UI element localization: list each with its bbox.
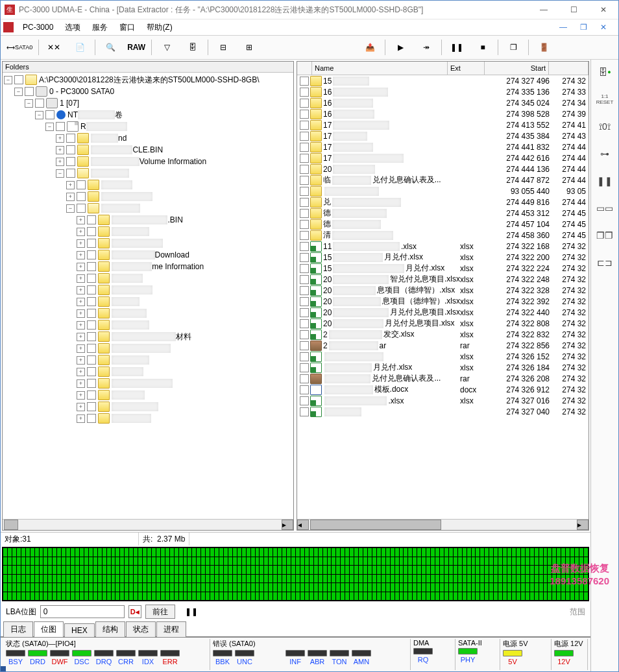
menu-window[interactable]: 窗口 [114, 21, 140, 34]
tree-row[interactable]: + [4, 284, 292, 296]
mdi-minimize-icon[interactable]: — [554, 21, 572, 33]
col-name[interactable]: Name [312, 62, 448, 75]
tab-hex[interactable]: HEX [64, 623, 95, 637]
tab-bitmap[interactable]: 位图 [34, 621, 64, 637]
side-chip-icon[interactable]: ▭▭ [596, 200, 613, 217]
list-item[interactable]: 17274 441 832274 44 [297, 141, 589, 152]
list-item[interactable]: xlsx274 326 152274 32 [297, 351, 589, 362]
mdi-restore-icon[interactable]: ❐ [575, 21, 592, 33]
list-item[interactable]: 15月兑付.xlsxxlsx274 322 200274 32 [297, 252, 589, 263]
list-item[interactable]: 17274 442 616274 44 [297, 152, 589, 163]
tree-row[interactable]: +nd [4, 132, 292, 144]
list-item[interactable]: 2arrar274 322 856274 32 [297, 340, 589, 351]
list-item[interactable]: 274 327 040274 32 [297, 406, 589, 417]
list-item[interactable]: 清274 458 360274 45 [297, 230, 589, 241]
side-reset-button[interactable]: 1:1RESET [596, 91, 613, 108]
tree-row[interactable]: −1 [07] [4, 97, 292, 109]
menu-service[interactable]: 服务 [87, 21, 113, 34]
close-button[interactable]: ✕ [589, 1, 618, 19]
tree-row[interactable]: −0 - PC3000 SATA0 [4, 86, 292, 97]
tree-scrollbar[interactable]: ▸ [3, 519, 293, 530]
tree-row[interactable]: + [4, 319, 292, 331]
tree-row[interactable]: +me Information [4, 261, 292, 272]
menu-options[interactable]: 选项 [60, 21, 86, 34]
tree-row[interactable]: + [4, 272, 292, 284]
sata-port-button[interactable]: ⟷SATA0 [3, 38, 36, 57]
list-item[interactable]: 16274 345 024274 34 [297, 97, 589, 108]
copy-button[interactable]: ❐ [501, 38, 526, 57]
list-item[interactable]: 20息项目（德绅智）.xlsxxlsx274 322 392274 32 [297, 296, 589, 307]
list-item[interactable]: .xlsxxlsx274 327 016274 32 [297, 395, 589, 406]
list-item[interactable]: 兑274 449 816274 44 [297, 197, 589, 208]
list-item[interactable]: 20月兑付兑息项目.xlsxxlsx274 322 440274 32 [297, 307, 589, 318]
tree-row[interactable]: +材料 [4, 331, 292, 342]
db-button[interactable]: 🗄 [180, 38, 205, 57]
lba-flag-icon[interactable]: D◂ [128, 605, 141, 618]
stop-button[interactable]: ■ [470, 38, 495, 57]
side-stack-icon[interactable]: ❐❐ [596, 227, 613, 244]
list-item[interactable]: 17274 435 384274 43 [297, 130, 589, 141]
tree-row[interactable]: +CLE.BIN [4, 144, 292, 156]
tree-row[interactable]: + [4, 378, 292, 389]
exit-button[interactable]: 🚪 [531, 38, 556, 57]
tree-expand-button[interactable]: ⊞ [237, 38, 261, 57]
folder-tree[interactable]: −A:\PC3000\20181228连云港快递来的ST500LM000-SSH… [3, 73, 293, 519]
side-marker-icon[interactable]: ⟟0⟟ [596, 118, 613, 135]
tree-row[interactable]: +Download [4, 249, 292, 261]
menu-help[interactable]: 帮助(Z) [141, 21, 177, 34]
raw-button[interactable]: RAW [124, 38, 149, 57]
mdi-close-icon[interactable]: ✕ [595, 21, 612, 33]
side-probe-icon[interactable]: ⊶ [596, 145, 613, 162]
lba-bitmap[interactable] [2, 547, 589, 601]
tree-row[interactable]: + [4, 296, 292, 307]
list-item[interactable]: 15月兑付.xlsxxlsx274 322 224274 32 [297, 263, 589, 274]
list-item[interactable]: 93 055 44093 05 [297, 186, 589, 197]
list-item[interactable]: 德274 457 104274 45 [297, 219, 589, 230]
list-item[interactable]: 17274 413 552274 41 [297, 119, 589, 130]
tree-row[interactable]: −A:\PC3000\20181228连云港快递来的ST500LM000-SSH… [4, 74, 292, 86]
side-disk-icon[interactable]: 🗄● [596, 64, 613, 80]
tree-row[interactable]: − [4, 202, 292, 214]
tree-row[interactable]: + [4, 389, 292, 401]
tab-process[interactable]: 进程 [156, 621, 186, 637]
tree-row[interactable]: + [4, 307, 292, 319]
menu-app[interactable]: PC-3000 [18, 21, 58, 33]
list-item[interactable]: 16274 335 136274 33 [297, 86, 589, 97]
list-item[interactable]: 20月兑付兑息项目.xlsxxlsx274 322 808274 32 [297, 318, 589, 329]
side-pause-icon[interactable]: ❚❚ [596, 173, 613, 189]
side-socket-icon[interactable]: ⊏⊐ [596, 254, 613, 271]
export-button[interactable]: 📤 [358, 38, 382, 57]
list-item[interactable]: 2发交.xlsxxlsx274 322 832274 32 [297, 329, 589, 340]
maximize-button[interactable]: ☐ [559, 1, 589, 19]
tree-row[interactable]: + [4, 401, 292, 413]
tree-row[interactable]: +Volume Information [4, 156, 292, 167]
tree-row[interactable]: +.BIN [4, 214, 292, 226]
list-item[interactable]: 月兑付.xlsxxlsx274 326 184274 32 [297, 362, 589, 373]
list-item[interactable]: 20274 444 136274 44 [297, 163, 589, 174]
list-item[interactable]: 德274 453 312274 45 [297, 208, 589, 219]
tab-state[interactable]: 状态 [126, 621, 156, 637]
tree-row[interactable]: + [4, 191, 292, 202]
list-item[interactable]: 15274 327 496274 32 [297, 75, 589, 86]
pause-button[interactable]: ❚❚ [444, 38, 469, 57]
tab-struct[interactable]: 结构 [95, 621, 125, 637]
lba-input[interactable] [40, 605, 125, 618]
col-start[interactable]: Start [485, 62, 549, 75]
list-item[interactable]: 11.xlsxxlsx274 322 168274 32 [297, 241, 589, 252]
filter-button[interactable]: ▽ [154, 38, 179, 57]
play-button[interactable]: ▶ [388, 38, 413, 57]
tree-row[interactable]: − [4, 167, 292, 179]
tree-row[interactable]: + [4, 354, 292, 366]
list-item[interactable]: 16274 398 528274 39 [297, 108, 589, 119]
tree-row[interactable]: + [4, 366, 292, 378]
minimize-button[interactable]: — [529, 1, 559, 19]
tree-collapse-button[interactable]: ⊟ [211, 38, 236, 57]
lba-go-button[interactable]: 前往 [145, 605, 175, 619]
tree-row[interactable]: + [4, 237, 292, 249]
report-button[interactable]: 📄 [67, 38, 92, 57]
col-ext[interactable]: Ext [448, 62, 485, 75]
col-start2[interactable] [549, 62, 589, 75]
list-header[interactable]: Name Ext Start [297, 62, 589, 75]
list-item[interactable]: 兑付兑息确认表及...rar274 326 208274 32 [297, 373, 589, 384]
tree-row[interactable]: + [4, 226, 292, 237]
